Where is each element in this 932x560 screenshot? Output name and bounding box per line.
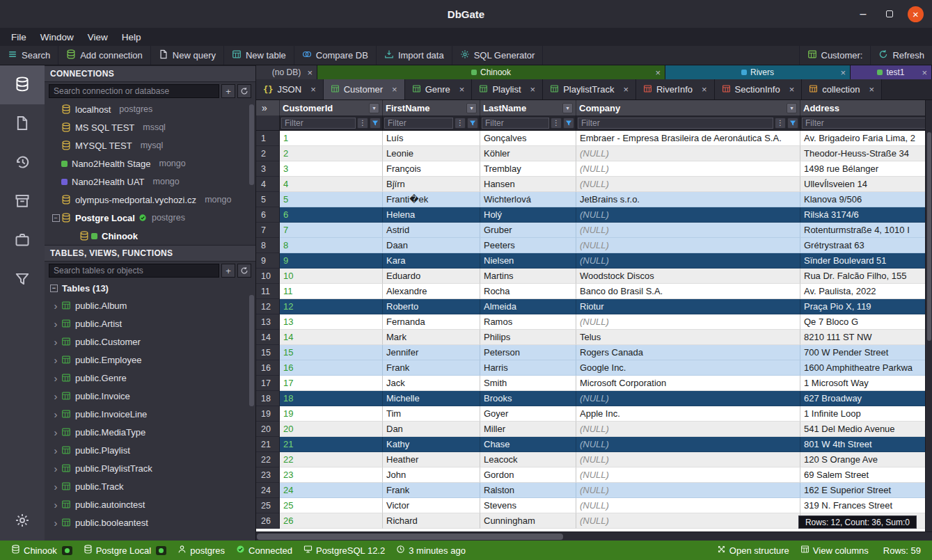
status-chinook[interactable]: Chinook [6,545,78,556]
cell-address[interactable]: Theodor-Heuss-Straße 34 [800,146,932,161]
cell-lastname[interactable]: Chase [480,437,576,452]
table-public-genre[interactable]: › public.Genre [45,369,255,387]
cell-customerid[interactable]: 26 [280,513,383,529]
column-dropdown-button[interactable]: ▾ [562,103,573,113]
minimize-button[interactable]: – [855,6,871,22]
cell-firstname[interactable]: Tim [383,406,480,422]
status-postgres[interactable]: postgres [172,545,230,556]
cell-company[interactable]: (NULL) [576,146,800,161]
cell-company[interactable]: Microsoft Corporation [576,376,800,391]
expand-chevron-icon[interactable]: › [50,372,61,384]
cell-lastname[interactable]: Peterson [480,345,576,360]
close-tab-icon[interactable]: × [702,84,707,95]
cell-company[interactable]: Banco do Brasil S.A. [576,284,800,299]
close-tab-icon[interactable]: × [623,84,629,95]
table-row[interactable]: 23 23JohnGordon(NULL)69 Salem Street [256,467,932,483]
column-header-company[interactable]: Company ▾ [576,100,800,115]
table-public-playlist[interactable]: › public.Playlist [45,441,255,459]
close-tab-icon[interactable]: × [530,84,536,95]
cell-address[interactable]: 627 Broadway [800,391,932,406]
column-header-address[interactable]: Address [800,100,932,115]
cell-firstname[interactable]: Michelle [383,391,480,406]
cell-customerid[interactable]: 15 [280,345,383,360]
cell-customerid[interactable]: 4 [280,177,383,192]
table-public-playlisttrack[interactable]: › public.PlaylistTrack [45,459,255,477]
expand-chevron-icon[interactable]: › [50,481,61,493]
cell-firstname[interactable]: Fernanda [383,314,480,330]
cell-lastname[interactable]: Gonçalves [480,131,576,146]
connection-ms-sql-test[interactable]: MS SQL TEST mssql [45,118,255,136]
cell-company[interactable]: (NULL) [576,207,800,223]
table-row[interactable]: 11 11AlexandreRochaBanco do Brasil S.A.A… [256,284,932,299]
cell-customerid[interactable]: 18 [280,391,383,406]
cell-lastname[interactable]: Hansen [480,177,576,192]
tables-group[interactable]: − Tables (13) [45,280,255,296]
cell-firstname[interactable]: Alexandre [383,284,480,299]
cell-address[interactable]: Klanova 9/506 [800,192,932,207]
refresh-button[interactable]: Refresh [870,46,932,65]
cell-customerid[interactable]: 7 [280,223,383,238]
expand-chevron-icon[interactable]: › [50,426,61,438]
activity-connections[interactable] [0,65,45,104]
cell-company[interactable]: Rogers Canada [576,345,800,360]
cell-address[interactable]: Sїnder Boulevard 51 [800,253,932,269]
maximize-button[interactable] [881,6,898,22]
cell-firstname[interactable]: Dan [383,422,480,437]
db-tab-test1[interactable]: test1 × [851,65,932,79]
cell-firstname[interactable]: Eduardo [383,269,480,284]
filter-input[interactable]: Filter [384,118,453,129]
tab-genre[interactable]: Genre × [405,79,473,99]
table-public-track[interactable]: › public.Track [45,477,255,495]
cell-lastname[interactable]: Goyer [480,406,576,422]
tab-playlist[interactable]: Playlist × [472,79,543,99]
add-object-small-button[interactable]: + [221,264,235,278]
cell-company[interactable]: (NULL) [576,483,800,498]
cell-lastname[interactable]: Philips [480,330,576,345]
filter-funnel-button[interactable] [563,118,574,129]
expand-chevron-icon[interactable]: › [50,463,61,474]
cell-firstname[interactable]: Jennifer [383,345,480,360]
cell-lastname[interactable]: Miller [480,422,576,437]
vertical-scrollbar-thumb[interactable] [927,132,931,341]
column-dropdown-button[interactable]: ▾ [466,103,477,113]
activity-history[interactable] [0,143,45,182]
connection-olympus-medportal-vychozi-cz[interactable]: olympus-medportal.vychozi.cz mongo [45,191,255,209]
cell-firstname[interactable]: Victor [383,498,480,513]
table-row[interactable]: 6 6HelenaHolý(NULL)Rilská 3174/6 [256,207,932,223]
table-row[interactable]: 12 12RobertoAlmeidaRioturPraça Pio X, 11… [256,299,932,314]
cell-firstname[interactable]: Helena [383,207,480,223]
connection-postgre-local[interactable]: − Postgre Local postgres [45,209,255,227]
filter-menu-button[interactable]: ⋮ [357,118,368,129]
cell-address[interactable]: 1 Microsoft Way [800,376,932,391]
cell-address[interactable]: UllevÍlsveien 14 [800,177,932,192]
table-row[interactable]: 8 8DaanPeeters(NULL)Grétrystraat 63 [256,238,932,253]
connection-chinook[interactable]: Chinook [45,227,255,245]
cell-address[interactable]: Rilská 3174/6 [800,207,932,223]
close-tab-icon[interactable]: × [922,67,927,78]
cell-lastname[interactable]: Köhler [480,146,576,161]
cell-address[interactable]: 120 S Orange Ave [800,452,932,467]
cell-company[interactable]: (NULL) [576,452,800,467]
table-public-invoice[interactable]: › public.Invoice [45,387,255,405]
cell-customerid[interactable]: 24 [280,483,383,498]
cell-address[interactable]: 700 W Pender Street [800,345,932,360]
cell-customerid[interactable]: 20 [280,422,383,437]
cell-lastname[interactable]: Ralston [480,483,576,498]
cell-firstname[interactable]: Bjїrn [383,177,480,192]
table-row[interactable]: 3 3FrançoisTremblay(NULL)1498 rue Bélang… [256,161,932,177]
cell-address[interactable]: 162 E Superior Street [800,483,932,498]
cell-address[interactable]: Rotenturmstraße 4, 1010 I [800,223,932,238]
cell-address[interactable]: Av. Paulista, 2022 [800,284,932,299]
table-row[interactable]: 20 20DanMiller(NULL)541 Del Medio Avenue [256,422,932,437]
filter-funnel-button[interactable] [370,118,381,129]
cell-firstname[interactable]: Astrid [383,223,480,238]
cell-firstname[interactable]: Kara [383,253,480,269]
expand-chevron-icon[interactable]: › [50,445,61,456]
activity-settings[interactable] [0,502,45,541]
cell-company[interactable]: (NULL) [576,437,800,452]
filter-menu-button[interactable]: ⋮ [455,118,466,129]
cell-firstname[interactable]: Franti�ek [383,192,480,207]
filter-input[interactable]: Filter [281,118,356,129]
filter-input[interactable]: Filter [578,118,773,129]
cell-lastname[interactable]: Almeida [480,299,576,314]
